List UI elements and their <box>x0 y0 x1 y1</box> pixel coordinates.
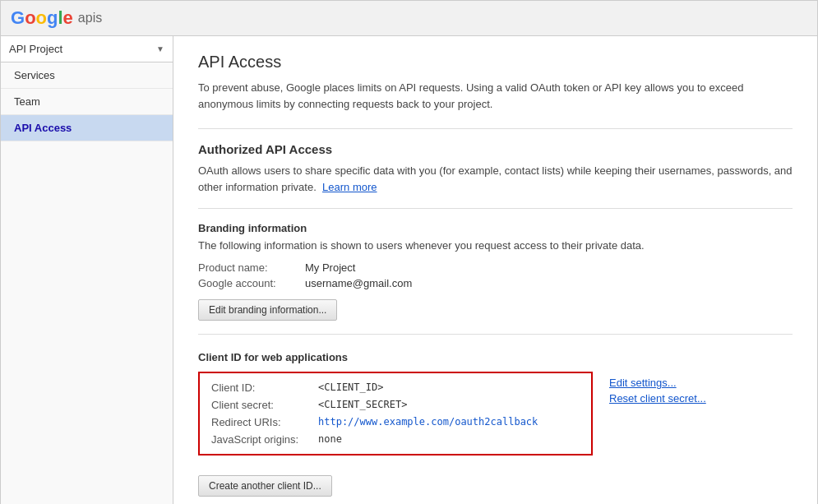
branding-product-row: Product name: My Project <box>198 261 793 274</box>
project-dropdown[interactable]: API Project ▼ <box>1 36 173 62</box>
app-window: Google apis API Project ▼ Services Team … <box>0 0 818 504</box>
sidebar-item-api-access[interactable]: API Access <box>1 115 173 141</box>
js-origins-value: none <box>318 433 342 446</box>
redirect-uris-row: Redirect URIs: http://www.example.com/oa… <box>211 416 580 428</box>
client-id-section: Client ID for web applications Client ID… <box>198 351 793 497</box>
client-id-row: Client ID: <CLIENT_ID> <box>211 381 580 394</box>
client-secret-value: <CLIENT_SECRET> <box>318 399 407 411</box>
sidebar-nav: Services Team API Access <box>1 62 173 141</box>
redirect-uris-value: http://www.example.com/oauth2callback <box>318 416 538 428</box>
sidebar-item-team[interactable]: Team <box>1 89 173 115</box>
authorized-section-title: Authorized API Access <box>198 142 793 156</box>
js-origins-label: JavaScript origins: <box>211 433 318 446</box>
reset-secret-link[interactable]: Reset client secret... <box>609 392 706 405</box>
client-secret-row: Client secret: <CLIENT_SECRET> <box>211 399 580 411</box>
page-title: API Access <box>198 53 793 72</box>
js-origins-row: JavaScript origins: none <box>211 433 580 446</box>
content-area: API Access To prevent abuse, Google plac… <box>173 36 817 504</box>
sidebar-item-services[interactable]: Services <box>1 62 173 89</box>
create-client-id-button[interactable]: Create another client ID... <box>198 475 332 497</box>
google-account-value: username@gmail.com <box>305 277 412 289</box>
google-account-label: Google account: <box>198 277 305 289</box>
branding-account-row: Google account: username@gmail.com <box>198 277 793 289</box>
branding-desc: The following information is shown to us… <box>198 239 793 252</box>
project-dropdown-label: API Project <box>9 43 62 55</box>
learn-more-link[interactable]: Learn more <box>322 181 377 193</box>
sidebar: API Project ▼ Services Team API Access <box>1 36 173 504</box>
intro-text: To prevent abuse, Google places limits o… <box>198 80 793 112</box>
client-id-value: <CLIENT_ID> <box>318 381 383 394</box>
client-id-title: Client ID for web applications <box>198 351 793 363</box>
client-id-label: Client ID: <box>211 381 318 394</box>
product-name-label: Product name: <box>198 261 305 274</box>
divider-2 <box>198 208 793 209</box>
logo: Google apis <box>11 7 102 29</box>
divider-3 <box>198 334 793 335</box>
apis-label: apis <box>78 11 102 25</box>
google-logo: Google <box>11 7 73 29</box>
client-actions: Edit settings... Reset client secret... <box>609 372 706 405</box>
authorized-desc-text: OAuth allows users to share specific dat… <box>198 164 793 193</box>
topbar: Google apis <box>1 1 817 36</box>
edit-branding-button[interactable]: Edit branding information... <box>198 299 337 321</box>
edit-settings-link[interactable]: Edit settings... <box>609 377 706 389</box>
dropdown-arrow-icon: ▼ <box>156 44 164 53</box>
client-id-box: Client ID: <CLIENT_ID> Client secret: <C… <box>198 372 593 455</box>
main-layout: API Project ▼ Services Team API Access A… <box>1 36 817 504</box>
product-name-value: My Project <box>305 261 355 274</box>
authorized-section-desc: OAuth allows users to share specific dat… <box>198 163 793 195</box>
client-secret-label: Client secret: <box>211 399 318 411</box>
redirect-uris-label: Redirect URIs: <box>211 416 318 428</box>
client-id-table-wrap: Client ID: <CLIENT_ID> Client secret: <C… <box>198 372 793 455</box>
branding-title: Branding information <box>198 222 793 234</box>
bottom-btn-row: Create another client ID... <box>198 469 793 497</box>
divider-1 <box>198 128 793 129</box>
